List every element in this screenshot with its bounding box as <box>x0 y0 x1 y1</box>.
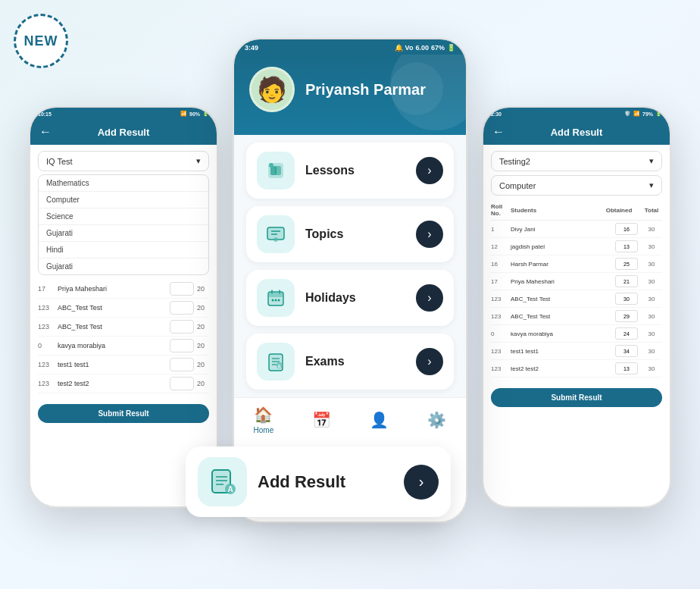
menu-item-holidays[interactable]: Holidays › <box>246 270 454 326</box>
add-result-icon-box: A <box>198 457 247 506</box>
table-row: 123 ABC_Test Test 20 <box>38 318 209 337</box>
topics-arrow[interactable]: › <box>416 221 443 248</box>
th-obtained: Obtained <box>600 207 638 214</box>
holidays-icon <box>265 287 286 309</box>
th-roll: Roll No. <box>491 203 508 217</box>
add-result-label: Add Result <box>258 472 393 492</box>
exams-arrow[interactable]: › <box>416 348 443 375</box>
left-dropdown-value: IQ Test <box>46 157 73 166</box>
score-input[interactable] <box>170 301 194 315</box>
right-footer: Submit Result <box>483 384 670 415</box>
avatar: 🧑 <box>249 67 295 112</box>
left-dropdown-main[interactable]: IQ Test ▾ <box>38 151 209 171</box>
option-hindi[interactable]: Hindi <box>39 242 208 258</box>
left-submit-button[interactable]: Submit Result <box>38 404 209 423</box>
exams-icon: E <box>265 351 286 372</box>
menu-item-exams[interactable]: E Exams › <box>246 334 454 390</box>
holidays-icon-box <box>257 279 295 317</box>
menu-item-lessons[interactable]: Lessons › <box>246 143 454 199</box>
user-name: Priyansh Parmar <box>305 81 426 99</box>
avatar-icon: 🧑 <box>257 75 287 104</box>
calendar-icon: 📅 <box>312 411 331 429</box>
center-header: 🧑 Priyansh Parmar <box>234 55 466 135</box>
left-status-icons: 📶 90% 🔋 <box>180 111 209 117</box>
score-input[interactable] <box>170 320 194 334</box>
score-input[interactable] <box>170 282 194 296</box>
add-result-card[interactable]: A Add Result › <box>186 446 451 517</box>
right-dropdown2-value: Computer <box>499 181 536 190</box>
menu-item-topics[interactable]: Topics › <box>246 206 454 262</box>
exams-icon-box: E <box>257 343 295 381</box>
left-result-table: 17 Priya Maheshari 20 123 ABC_Test Test … <box>38 280 209 393</box>
lessons-arrow[interactable]: › <box>416 157 443 184</box>
right-submit-button[interactable]: Submit Result <box>491 388 662 407</box>
table-row: 17 Priya Maheshari 20 <box>38 280 209 299</box>
left-back-button[interactable]: ← <box>39 125 52 139</box>
right-dropdown1[interactable]: Testing2 ▾ <box>491 151 662 171</box>
holidays-arrow[interactable]: › <box>416 284 443 312</box>
add-result-icon: A <box>208 468 237 497</box>
obtained-input[interactable]: 34 <box>615 345 638 357</box>
obtained-input[interactable]: 16 <box>615 223 638 235</box>
nav-calendar[interactable]: 📅 <box>312 411 331 429</box>
table-row: 17 Priya Maheshari 21 30 <box>491 273 662 290</box>
obtained-input[interactable]: 13 <box>615 240 638 252</box>
table-row: 123 test2 test2 13 30 <box>491 360 662 378</box>
nav-profile[interactable]: 👤 <box>370 411 389 429</box>
right-header-title: Add Result <box>511 127 642 138</box>
svg-rect-12 <box>268 292 283 297</box>
score-input[interactable] <box>170 377 194 390</box>
center-status-bar: 3:49 🔔 Vo 6.00 67% 🔋 <box>234 39 466 55</box>
add-result-arrow[interactable]: › <box>404 465 439 500</box>
center-content: Lessons › Topics › <box>234 135 466 397</box>
obtained-input[interactable]: 29 <box>615 310 638 322</box>
th-total: Total <box>641 207 662 214</box>
right-back-button[interactable]: ← <box>492 125 505 139</box>
table-row: 123 ABC_Test Test 20 <box>38 299 209 318</box>
svg-point-15 <box>272 299 274 302</box>
topics-label: Topics <box>305 227 405 241</box>
holidays-label: Holidays <box>305 291 405 305</box>
topics-icon-box <box>257 215 295 253</box>
right-status-bar: 2:30 🛡️ 📶 79% 🔋 <box>483 108 670 119</box>
table-row: 123 test1 test1 20 <box>38 356 209 374</box>
bottom-nav: 🏠 Home 📅 👤 ⚙️ <box>234 397 466 445</box>
option-computer[interactable]: Computer <box>39 192 208 208</box>
left-dropdown-options: Mathematics Computer Science Gujarati Hi… <box>38 174 209 275</box>
svg-text:E: E <box>278 364 281 368</box>
svg-point-3 <box>269 163 273 168</box>
table-row: 123 ABC_Test Test 30 30 <box>491 290 662 308</box>
exams-label: Exams <box>305 355 405 368</box>
score-input[interactable] <box>170 358 194 371</box>
table-row: 1 Divy Jani 16 30 <box>491 221 662 238</box>
left-content: IQ Test ▾ Mathematics Computer Science G… <box>30 145 217 399</box>
option-gujarati1[interactable]: Gujarati <box>39 225 208 242</box>
obtained-input[interactable]: 13 <box>615 362 638 374</box>
obtained-input[interactable]: 30 <box>615 293 638 305</box>
score-input[interactable] <box>170 339 194 352</box>
table-row: 123 test2 test2 20 <box>38 374 209 393</box>
option-mathematics[interactable]: Mathematics <box>39 175 208 192</box>
lessons-icon <box>265 160 286 181</box>
option-science[interactable]: Science <box>39 208 208 225</box>
obtained-input[interactable]: 21 <box>615 275 638 287</box>
right-dropdown2[interactable]: Computer ▾ <box>491 175 662 196</box>
th-students: Students <box>511 207 597 214</box>
lessons-icon-box <box>257 152 295 190</box>
dropdown1-chevron-icon: ▾ <box>649 156 654 166</box>
nav-home[interactable]: 🏠 Home <box>254 406 274 434</box>
obtained-input[interactable]: 25 <box>615 258 638 270</box>
right-result-table: 1 Divy Jani 16 30 12 jagdish patel 13 30… <box>491 221 662 378</box>
dropdown2-chevron-icon: ▾ <box>649 180 654 190</box>
left-status-bar: 10:15 📶 90% 🔋 <box>30 108 217 119</box>
left-phone: 10:15 📶 90% 🔋 ← Add Result IQ Test ▾ Mat… <box>29 106 218 508</box>
nav-settings[interactable]: ⚙️ <box>427 411 446 429</box>
option-gujarati2[interactable]: Gujarati <box>39 258 208 274</box>
left-header: ← Add Result <box>30 119 217 145</box>
table-row: 12 jagdish patel 13 30 <box>491 238 662 255</box>
right-phone: 2:30 🛡️ 📶 79% 🔋 ← Add Result Testing2 ▾ … <box>482 106 671 508</box>
svg-point-17 <box>278 299 280 302</box>
settings-icon: ⚙️ <box>427 411 446 429</box>
svg-text:A: A <box>227 485 233 493</box>
obtained-input[interactable]: 24 <box>615 327 638 340</box>
